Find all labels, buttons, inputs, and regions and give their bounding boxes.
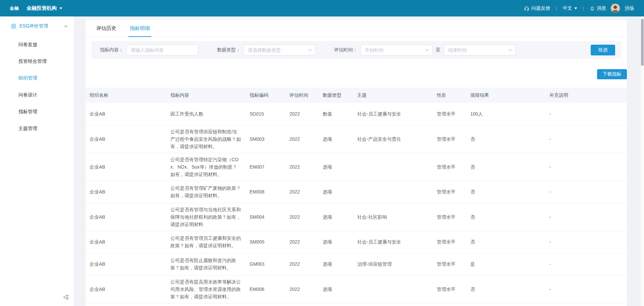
sidebar-item[interactable]: 指标管理 [0,103,74,120]
table-cell: GM001 [246,253,285,275]
table-cell: 管理水平 [433,153,466,181]
table-row: 企业AB公司是否有管理员工健康和安全的政策？如有，请提供证明材料。SM00520… [86,231,627,253]
table-cell: - [545,253,627,275]
table-cell: - [545,203,627,231]
table-cell: 公司是否有管理矿产废物的政策？如有，请提供证明材料。 [166,181,246,203]
table-cell: - [545,231,627,253]
table-row: 企业AB公司是否有管理特定污染物（COx、NOx、Sox等）排放的制度？如有，请… [86,153,627,181]
collapse-sidebar-button[interactable] [62,294,70,301]
table-cell: 否 [466,181,545,203]
table-cell [353,181,433,203]
table-cell: 企业AB [86,125,166,153]
sidebar-item[interactable]: 主题管理 [0,120,74,137]
table-header-row: 组织名称指标内容指标编码评估时间数据类型主题性质填报结果补充说明 [86,88,627,103]
tab[interactable]: 指标明细 [123,20,157,37]
data-type-label: 数据类型： [217,47,240,53]
column-header: 补充说明 [545,88,627,103]
table-cell: 2022 [285,275,319,303]
table-cell: 选项 [319,231,353,253]
feedback-button[interactable]: 问题反馈 [524,5,550,11]
sidebar-item[interactable]: 投资组合管理 [0,53,74,70]
column-header: 数据类型 [319,88,353,103]
sidebar-item[interactable]: 问卷发放 [0,36,74,53]
tab[interactable]: 评估历史 [90,20,123,37]
sidebar: ESG评价管理 问卷发放投资组合管理组织管理问卷设计指标管理主题管理 [0,16,74,306]
data-type-select[interactable] [244,45,315,55]
table-cell: 100人 [466,103,545,125]
table-cell: 2022 [285,203,319,231]
collapse-sidebar-icon [63,295,69,300]
filter-button[interactable]: 筛选 [591,45,615,55]
table-cell: - [545,125,627,153]
username[interactable]: 洪场 [625,5,634,11]
sidebar-root-esg-management[interactable]: ESG评价管理 [0,16,74,36]
nav-divider: | [556,6,557,11]
evaluation-time-label: 评估时间： [334,47,358,53]
column-header: 组织名称 [86,88,166,103]
scrollbar-thumb[interactable] [641,19,644,66]
messages-button[interactable]: 消息 [590,5,606,11]
start-time-input[interactable] [361,45,432,55]
table-cell: 选项 [319,153,353,181]
download-indicators-button[interactable]: 下载指标 [597,69,627,79]
table-cell: 2022 [285,125,319,153]
table-cell: 2022 [285,231,319,253]
table-cell: EM007 [246,153,285,181]
table-cell: 企业AB [86,181,166,203]
table-row: 企业AB公司是否有提高用水效率等解决公司用水风险、管理水资源使用的政策？如有，请… [86,275,627,303]
table-cell: 社会-产品安全与责任 [353,125,433,153]
table-cell [353,153,433,181]
end-time-input[interactable] [444,45,516,55]
table-cell: 企业AB [86,231,166,253]
sidebar-item[interactable]: 组织管理 [0,70,74,86]
table-cell: 企业AB [86,253,166,275]
chevron-up-icon [64,25,68,28]
table-cell: 社会-社区影响 [353,203,433,231]
table-cell: 管理水平 [433,253,466,275]
date-range-separator: 至 [436,47,440,53]
table-cell: 企业AB [86,275,166,303]
vertical-scrollbar[interactable] [641,16,644,306]
table-cell: 管理水平 [433,125,466,153]
table-cell: 选项 [319,203,353,231]
table-cell: 公司是否有管理员工健康和安全的政策？如有，请提供证明材料。 [166,231,246,253]
table-cell: 选项 [319,275,353,303]
table-cell: 2022 [285,153,319,181]
table-cell: 否 [466,203,545,231]
table-cell: 管理水平 [433,103,466,125]
table-cell: 因工作受伤人数 [166,103,246,125]
table-cell: 公司是否有提高用水效率等解决公司用水风险、管理水资源使用的政策？如有，请提供证明… [166,275,246,303]
caret-down-icon [574,7,577,9]
table-cell: 选项 [319,181,353,203]
table-cell: 社会-员工健康与安全 [353,103,433,125]
table-cell: 否 [466,275,545,303]
main-content: 评估历史指标明细 指标内容： 数据类型： 评估时间： [74,16,644,306]
nav-divider: | [583,6,584,11]
avatar[interactable] [611,4,620,13]
top-navbar: 金融 金融投资机构 问题反馈 | 中文 [0,0,644,16]
sidebar-item[interactable]: 问卷设计 [0,86,74,103]
table-cell: 公司是否有管理与当地社区关系和保障当地社群权利的政策？如有，请提供证明材料 [166,203,246,231]
language-selector[interactable]: 中文 [563,5,577,11]
org-switcher[interactable]: 金融投资机构 [26,5,62,11]
table-cell: 否 [466,125,545,153]
download-row: 下载指标 [86,59,627,79]
table-cell: SM004 [246,203,285,231]
avatar-image [611,4,620,13]
table-cell: 企业AB [86,103,166,125]
table-cell: 2022 [285,253,319,275]
chevron-down-icon [308,49,312,51]
table-cell: 管理水平 [433,275,466,303]
indicator-content-input[interactable] [126,45,198,55]
table-cell: - [545,275,627,303]
table-row: 企业AB公司是否有管理矿产废物的政策？如有，请提供证明材料。EM0082022选… [86,181,627,203]
chevron-down-icon [508,49,512,51]
table-cell: 选项 [319,253,353,275]
table-cell [353,275,433,303]
app-logo: 金融 [10,5,19,11]
table-cell: 否 [466,231,545,253]
table-row: 企业AB公司是否有管理供应链和制造/生产过程中食品安全风险的战略？如有，请提供证… [86,125,627,153]
table-cell: 管理水平 [433,231,466,253]
feedback-label: 问题反馈 [531,5,550,11]
table-cell: EM006 [246,275,285,303]
